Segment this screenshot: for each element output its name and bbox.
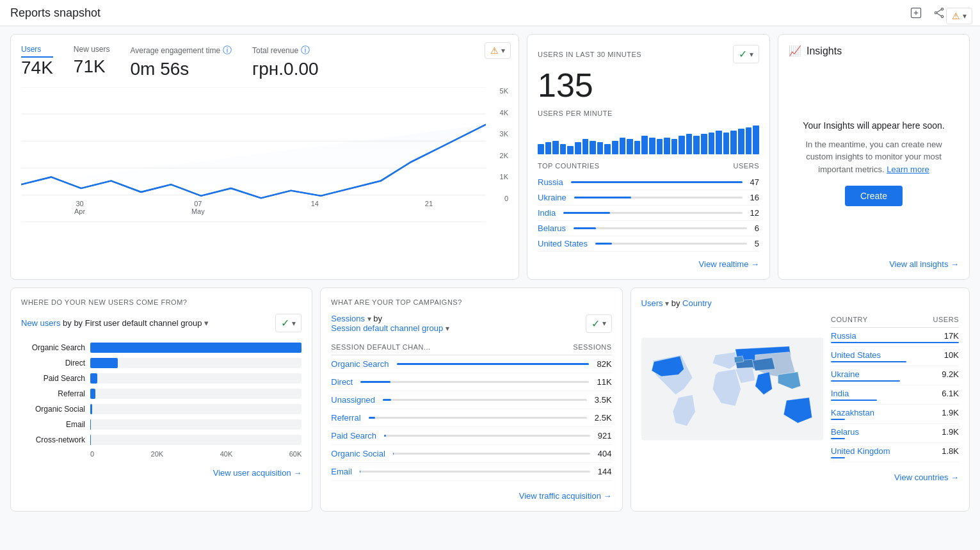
country-name[interactable]: India <box>538 208 556 218</box>
edit-icon[interactable] <box>908 5 924 20</box>
country-name[interactable]: United States <box>538 239 588 248</box>
ct-bar-fill <box>831 380 900 382</box>
bar-chart-dimension[interactable]: by First user default channel group <box>74 318 202 328</box>
ct-country-name[interactable]: Kazakhstan <box>831 408 874 417</box>
country-bar-track <box>574 227 747 229</box>
session-name[interactable]: Paid Search <box>331 431 376 441</box>
ct-bar-fill <box>831 457 845 458</box>
mini-bar <box>686 134 693 154</box>
metric-new-users-label[interactable]: New users <box>74 45 110 56</box>
session-name[interactable]: Direct <box>331 377 353 387</box>
country-users-value: 47 <box>750 177 759 187</box>
country-users-value: 6 <box>755 223 759 233</box>
y-label-4k: 4K <box>489 109 508 117</box>
insights-card: 📈 Insights Your Insights will appear her… <box>778 34 970 280</box>
bar-chart-dropdown-arrow[interactable]: ▾ <box>204 318 209 328</box>
map-warning-button[interactable]: ⚠ ▾ <box>946 8 972 24</box>
warning-triangle-icon: ⚠ <box>490 45 499 56</box>
mini-bar <box>567 146 574 154</box>
ct-country-value: 17K <box>944 331 959 341</box>
ct-country-name[interactable]: India <box>831 389 849 398</box>
table-row: Organic Search 82K <box>331 355 611 373</box>
session-name[interactable]: Unassigned <box>331 395 375 405</box>
country-bar-fill <box>595 243 612 245</box>
table-row: Direct 11K <box>331 373 611 391</box>
session-name[interactable]: Organic Social <box>331 449 385 458</box>
map-metric[interactable]: Users <box>641 298 663 308</box>
create-insights-button[interactable]: Create <box>845 186 903 206</box>
metric-engagement-value: 0m 56s <box>131 59 232 79</box>
session-name[interactable]: Email <box>331 467 352 476</box>
list-item: United Kingdom 1.8K <box>831 443 959 462</box>
metric-users-label[interactable]: Users <box>21 45 53 58</box>
campaign-metric[interactable]: Sessions <box>331 314 365 323</box>
warning-button[interactable]: ⚠ ▾ <box>485 42 511 59</box>
session-name[interactable]: Referral <box>331 413 360 423</box>
list-item: India 6.1K <box>831 385 959 405</box>
bar-label: Organic Social <box>21 405 85 414</box>
campaign-dimension-dropdown[interactable]: ▾ <box>446 324 449 333</box>
x-label-20k: 20K <box>151 450 164 458</box>
mini-bar <box>620 138 626 154</box>
revenue-info-icon[interactable]: ⓘ <box>301 45 310 56</box>
learn-more-link[interactable]: Learn more <box>887 165 929 174</box>
users-col-label: USERS <box>734 162 759 170</box>
x-label-60k: 60K <box>289 450 302 458</box>
mini-bar <box>641 136 648 154</box>
ct-country-name[interactable]: United States <box>831 350 881 360</box>
realtime-count: 135 <box>538 66 759 104</box>
new-users-card: WHERE DO YOUR NEW USERS COME FROM? New u… <box>10 287 312 512</box>
mini-bar <box>538 144 544 154</box>
country-name[interactable]: Russia <box>538 177 563 187</box>
map-dimension[interactable]: Country <box>682 298 712 308</box>
engagement-info-icon[interactable]: ⓘ <box>223 45 232 56</box>
bar-label: Direct <box>21 359 85 368</box>
realtime-check-button[interactable]: ✓ ▾ <box>733 45 759 63</box>
session-value: 144 <box>598 467 612 476</box>
line-chart-area: 5K 4K 3K 2K 1K 0 <box>21 87 508 215</box>
country-bar-fill <box>574 227 596 229</box>
ct-col2: USERS <box>933 316 959 323</box>
view-countries-link[interactable]: View countries → <box>641 473 959 482</box>
view-user-acquisition-link[interactable]: View user acquisition → <box>21 468 301 478</box>
country-name[interactable]: Ukraine <box>538 193 566 202</box>
country-name[interactable]: Belarus <box>538 223 566 233</box>
ct-country-name[interactable]: Belarus <box>831 427 859 437</box>
share-icon[interactable] <box>931 5 947 20</box>
view-traffic-acquisition-link[interactable]: View traffic acquisition → <box>331 491 611 501</box>
ct-country-name[interactable]: United Kingdom <box>831 446 890 456</box>
session-name[interactable]: Organic Search <box>331 359 389 369</box>
svg-point-3 <box>941 15 943 17</box>
top-countries-label: TOP COUNTRIES <box>538 162 600 170</box>
ct-country-value: 1.9K <box>942 408 959 417</box>
map-dropdown-chevron: ▾ <box>963 12 967 20</box>
table-row: Email 144 <box>331 463 611 481</box>
x-label-may07: 07May <box>191 200 205 215</box>
ct-col1: COUNTRY <box>831 316 868 323</box>
mini-bar <box>664 138 670 154</box>
mini-bar <box>649 138 655 154</box>
bar-chart-check-button[interactable]: ✓ ▾ <box>275 314 301 332</box>
campaign-check-button[interactable]: ✓ ▾ <box>586 314 612 333</box>
mini-bar <box>723 133 730 154</box>
ct-country-name[interactable]: Russia <box>831 331 856 341</box>
campaign-by: by <box>373 314 382 323</box>
session-bar-fill <box>384 435 386 437</box>
country-row: Belarus 6 <box>538 221 759 236</box>
view-all-insights-link[interactable]: View all insights → <box>789 259 959 269</box>
bar-chart-metric[interactable]: New users <box>21 318 60 328</box>
map-metric-dropdown[interactable]: ▾ <box>665 299 669 308</box>
metric-revenue-value: грн.0.00 <box>252 59 319 79</box>
ct-country-value: 1.9K <box>942 427 959 437</box>
session-bar-track <box>360 471 590 473</box>
mini-bar <box>560 144 566 154</box>
campaign-dimension[interactable]: Session default channel group <box>331 323 443 333</box>
campaign-metric-dropdown[interactable]: ▾ <box>367 314 371 323</box>
mini-bar <box>634 141 641 154</box>
bar-label: Paid Search <box>21 374 85 383</box>
ct-country-name[interactable]: Ukraine <box>831 369 860 379</box>
ct-bar-fill <box>831 361 906 362</box>
check-circle-icon: ✓ <box>739 48 747 60</box>
view-realtime-link[interactable]: View realtime → <box>538 259 759 269</box>
mini-bar <box>552 141 559 154</box>
